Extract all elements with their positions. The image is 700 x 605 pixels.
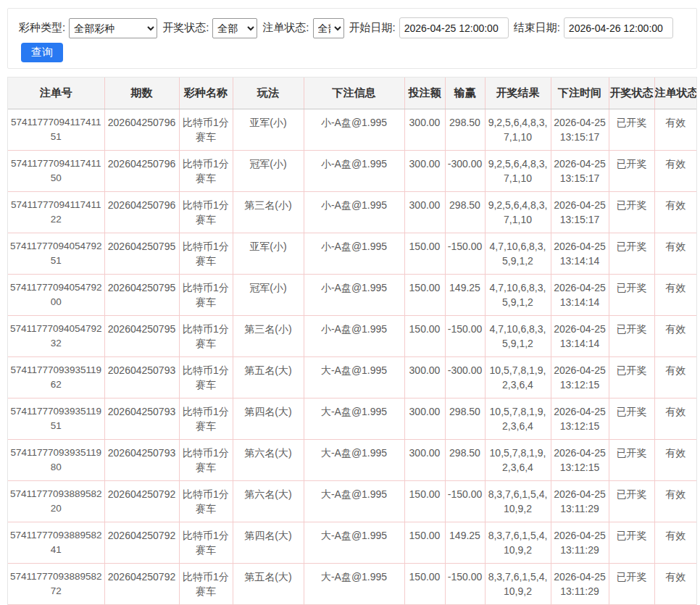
cell-period: 202604250793	[104, 398, 179, 439]
cell-bet_amount: 150.00	[404, 480, 445, 522]
cell-bet_time: 2026-04-25 13:15:17	[551, 109, 609, 150]
cell-draw_result: 8,3,7,6,1,5,4,10,9,2	[485, 522, 551, 563]
cell-bet_id: 5741177709393511951	[8, 398, 104, 439]
cell-bet_time: 2026-04-25 13:11:29	[551, 522, 609, 563]
cell-bet_amount: 300.00	[404, 191, 445, 233]
query-button[interactable]: 查询	[21, 43, 63, 62]
cell-bet_status: 有效	[654, 109, 696, 150]
cell-play_type: 第四名(大)	[233, 398, 304, 439]
cell-period: 202604250796	[104, 191, 179, 233]
table-row: 5741177709388958241202604250792比特币1分赛车第四…	[8, 522, 696, 563]
cell-period: 202604250792	[104, 480, 179, 522]
cell-play_type: 亚军(小)	[233, 109, 304, 150]
end-date-input[interactable]	[564, 17, 673, 38]
cell-period: 202604250792	[104, 563, 179, 604]
bet-status-select[interactable]: 全部	[313, 18, 344, 38]
filter-row: 彩种类型: 全部彩种 开奖状态: 全部 注单状态: 全部 开始日期: 结束日期:	[19, 17, 686, 38]
cell-bet_time: 2026-04-25 13:12:15	[551, 398, 609, 439]
cell-win_loss: -300.00	[445, 356, 485, 398]
cell-play_type: 第五名(大)	[233, 563, 304, 604]
column-header-bet_status: 注单状态	[654, 78, 696, 109]
draw-status-select[interactable]: 全部	[212, 18, 257, 38]
cell-play_type: 第四名(大)	[233, 522, 304, 563]
table-row: 5741177709405479251202604250795比特币1分赛车亚军…	[8, 233, 696, 274]
cell-win_loss: -150.00	[445, 315, 485, 356]
cell-bet_time: 2026-04-25 13:11:29	[551, 563, 609, 604]
cell-bet_status: 有效	[654, 480, 696, 522]
cell-play_type: 第五名(大)	[233, 356, 304, 398]
start-date-input[interactable]	[399, 17, 509, 38]
cell-lottery_name: 比特币1分赛车	[179, 274, 233, 315]
column-header-draw_status: 开奖状态	[609, 78, 654, 109]
cell-period: 202604250793	[104, 356, 179, 398]
cell-play_type: 亚军(小)	[233, 233, 304, 274]
table-row: 5741177709405479232202604250795比特币1分赛车第三…	[8, 315, 696, 356]
table-row: 5741177709405479200202604250795比特币1分赛车冠军…	[8, 274, 696, 315]
column-header-bet_id: 注单号	[8, 78, 104, 109]
cell-draw_status: 已开奖	[609, 522, 654, 563]
cell-bet_id: 5741177709411741122	[8, 191, 104, 233]
cell-draw_result: 4,7,10,6,8,3,5,9,1,2	[485, 274, 551, 315]
bet-records-table: 注单号期数彩种名称玩法下注信息投注额输赢开奖结果下注时间开奖状态注单状态 574…	[8, 78, 696, 605]
cell-lottery_name: 比特币1分赛车	[179, 439, 233, 480]
cell-bet_status: 有效	[654, 274, 696, 315]
cell-bet_id: 5741177709388958241	[8, 522, 104, 563]
cell-win_loss: 149.25	[445, 274, 485, 315]
cell-win_loss: 298.50	[445, 109, 485, 150]
cell-draw_status: 已开奖	[609, 439, 654, 480]
cell-lottery_name: 比特币1分赛车	[179, 480, 233, 522]
cell-play_type: 第六名(大)	[233, 480, 304, 522]
cell-bet_time: 2026-04-25 13:14:14	[551, 315, 609, 356]
cell-bet_time: 2026-04-25 13:14:14	[551, 274, 609, 315]
cell-lottery_name: 比特币1分赛车	[179, 315, 233, 356]
cell-bet_amount: 300.00	[404, 439, 445, 480]
cell-bet_id: 5741177709393511962	[8, 356, 104, 398]
cell-bet_info: 大-A盘@1.995	[304, 522, 404, 563]
cell-bet_amount: 300.00	[404, 356, 445, 398]
cell-draw_status: 已开奖	[609, 398, 654, 439]
cell-bet_status: 有效	[654, 233, 696, 274]
cell-draw_result: 9,2,5,6,4,8,3,7,1,10	[485, 150, 551, 191]
cell-win_loss: -150.00	[445, 563, 485, 604]
cell-bet_info: 大-A盘@1.995	[304, 398, 404, 439]
cell-bet_status: 有效	[654, 315, 696, 356]
cell-draw_result: 10,5,7,8,1,9,2,3,6,4	[485, 356, 551, 398]
cell-win_loss: 298.50	[445, 398, 485, 439]
cell-bet_id: 5741177709388958272	[8, 563, 104, 604]
lottery-type-select[interactable]: 全部彩种	[69, 18, 157, 38]
bet-status-label: 注单状态:	[262, 21, 309, 35]
cell-win_loss: -150.00	[445, 480, 485, 522]
cell-bet_status: 有效	[654, 356, 696, 398]
cell-bet_info: 小-A盘@1.995	[304, 191, 404, 233]
table-row: 5741177709388958272202604250792比特币1分赛车第五…	[8, 563, 696, 604]
cell-bet_amount: 300.00	[404, 109, 445, 150]
cell-draw_status: 已开奖	[609, 563, 654, 604]
cell-bet_time: 2026-04-25 13:14:14	[551, 233, 609, 274]
cell-period: 202604250796	[104, 109, 179, 150]
cell-draw_result: 10,5,7,8,1,9,2,3,6,4	[485, 398, 551, 439]
cell-bet_status: 有效	[654, 563, 696, 604]
table-row: 5741177709393511951202604250793比特币1分赛车第四…	[8, 398, 696, 439]
cell-draw_status: 已开奖	[609, 480, 654, 522]
cell-draw_status: 已开奖	[609, 233, 654, 274]
cell-draw_result: 8,3,7,6,1,5,4,10,9,2	[485, 480, 551, 522]
cell-bet_info: 小-A盘@1.995	[304, 233, 404, 274]
cell-bet_id: 5741177709388958220	[8, 480, 104, 522]
cell-lottery_name: 比特币1分赛车	[179, 150, 233, 191]
cell-bet_id: 5741177709405479251	[8, 233, 104, 274]
cell-bet_status: 有效	[654, 150, 696, 191]
cell-bet_info: 小-A盘@1.995	[304, 315, 404, 356]
cell-bet_amount: 150.00	[404, 315, 445, 356]
column-header-bet_info: 下注信息	[304, 78, 404, 109]
cell-period: 202604250795	[104, 233, 179, 274]
cell-win_loss: 298.50	[445, 439, 485, 480]
draw-status-label: 开奖状态:	[162, 21, 209, 35]
cell-lottery_name: 比特币1分赛车	[179, 522, 233, 563]
lottery-type-label: 彩种类型:	[19, 21, 65, 35]
table-row: 5741177709393511962202604250793比特币1分赛车第五…	[8, 356, 696, 398]
cell-draw_status: 已开奖	[609, 274, 654, 315]
cell-play_type: 第三名(小)	[233, 191, 304, 233]
cell-bet_status: 有效	[654, 522, 696, 563]
cell-lottery_name: 比特币1分赛车	[179, 233, 233, 274]
cell-draw_result: 9,2,5,6,4,8,3,7,1,10	[485, 109, 551, 150]
